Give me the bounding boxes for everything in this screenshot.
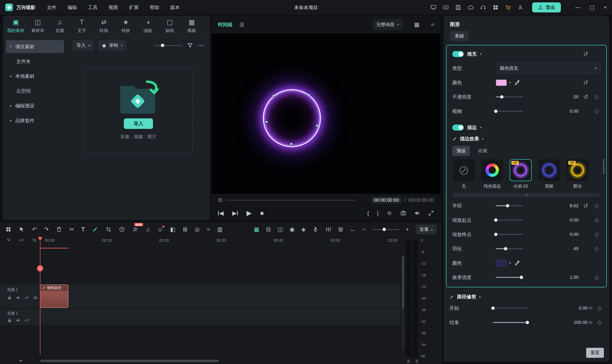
add-track-button[interactable]: + bbox=[19, 358, 23, 364]
caret-down-icon[interactable]: ▾ bbox=[479, 295, 481, 299]
split-scissors-icon[interactable]: ✂ bbox=[69, 226, 74, 232]
feather-slider[interactable] bbox=[496, 248, 523, 249]
opacity-keyframe-icon[interactable]: ◇ bbox=[593, 94, 600, 100]
account-icon[interactable] bbox=[517, 4, 524, 11]
cloud-icon[interactable] bbox=[468, 4, 474, 11]
pen-path-clip[interactable]: 钢笔路径 bbox=[40, 285, 68, 308]
media-grid-icon[interactable] bbox=[5, 226, 12, 233]
fill-type-dropdown[interactable]: 颜色填充▾ bbox=[496, 63, 600, 74]
strength-keyframe-icon[interactable]: ◇ bbox=[593, 274, 600, 280]
more-options-icon[interactable]: ⋯ bbox=[197, 42, 204, 49]
tab-stock-media[interactable]: ◫素材库 bbox=[27, 18, 49, 33]
ai-sticker-icon[interactable]: ☺ bbox=[157, 226, 163, 232]
trim-start-slider[interactable] bbox=[493, 308, 528, 309]
stroke-color-picker[interactable]: ▾ bbox=[496, 260, 511, 266]
insert-icon[interactable]: ⊞ bbox=[183, 226, 187, 232]
export-button[interactable]: 导出 bbox=[532, 2, 561, 13]
tab-presets[interactable]: 预设 bbox=[452, 146, 470, 156]
save-icon[interactable] bbox=[455, 4, 461, 11]
import-dropdown[interactable]: 导入▾ bbox=[73, 40, 94, 51]
sidebar-item-project-media[interactable]: ▾项目素材 bbox=[6, 40, 64, 53]
layout-grid-icon[interactable]: ▦ bbox=[414, 22, 419, 27]
previous-frame-button[interactable]: ◀ bbox=[218, 210, 223, 216]
auto-ripple-icon[interactable]: ⊞ bbox=[338, 226, 343, 232]
path-handle[interactable] bbox=[273, 94, 275, 97]
tab-my-media[interactable]: ▣我的素材 bbox=[5, 18, 27, 33]
strength-slider[interactable] bbox=[496, 277, 523, 278]
zoom-start-knob[interactable] bbox=[494, 218, 498, 222]
tab-source-preview[interactable]: 源 bbox=[239, 22, 244, 28]
tab-text[interactable]: T文字 bbox=[71, 19, 93, 33]
video-viewport[interactable] bbox=[212, 33, 440, 194]
menu-view[interactable]: 视图 bbox=[109, 4, 118, 11]
render-preview-icon[interactable]: ▦ bbox=[254, 226, 259, 232]
radius-reset-icon[interactable]: ↺ bbox=[582, 203, 589, 209]
fill-toggle[interactable] bbox=[452, 51, 464, 57]
voiceover-mic-icon[interactable] bbox=[312, 226, 319, 233]
close-button[interactable]: × bbox=[604, 5, 607, 10]
link-icon[interactable] bbox=[24, 295, 29, 300]
menu-version[interactable]: 版本 bbox=[170, 4, 180, 11]
mute-icon[interactable] bbox=[16, 295, 21, 300]
menu-file[interactable]: 文件 bbox=[47, 4, 56, 11]
stroke-eyedropper-icon[interactable] bbox=[514, 260, 520, 266]
maximize-button[interactable]: ▢ bbox=[589, 5, 595, 10]
zoom-start-keyframe-icon[interactable]: ◇ bbox=[593, 217, 600, 223]
blur-value[interactable]: 0.00 bbox=[556, 109, 579, 114]
audio-music-icon[interactable]: ♫ bbox=[146, 226, 150, 232]
snap-magnet-icon[interactable] bbox=[6, 238, 11, 243]
opacity-slider-knob[interactable] bbox=[500, 95, 503, 99]
timeline-tracks[interactable]: 视频 1 钢笔路径 音频 1 bbox=[0, 244, 405, 358]
opacity-value[interactable]: 20 bbox=[556, 94, 579, 100]
stop-button[interactable]: ■ bbox=[260, 210, 264, 216]
path-selection-outline[interactable] bbox=[265, 91, 319, 145]
feather-keyframe-icon[interactable]: ◇ bbox=[593, 246, 600, 252]
video-track-row[interactable]: 视频 1 钢笔路径 bbox=[0, 285, 401, 308]
blur-slider-knob[interactable] bbox=[494, 110, 498, 113]
zoom-end-value[interactable]: 0.00 bbox=[556, 232, 579, 237]
minimize-button[interactable]: — bbox=[575, 5, 581, 10]
tab-stickers[interactable]: ▢贴纸 bbox=[159, 18, 181, 33]
zoom-start-slider[interactable] bbox=[496, 220, 523, 221]
caret-down-icon[interactable]: ▾ bbox=[480, 126, 482, 129]
audio-track-row[interactable]: 音频 1 bbox=[0, 309, 401, 325]
link-icon[interactable] bbox=[24, 318, 29, 323]
timeline-zoom-knob[interactable] bbox=[383, 228, 386, 231]
preset-scrollbar[interactable] bbox=[603, 159, 604, 174]
tab-basic[interactable]: 基础 bbox=[450, 31, 469, 41]
preset-solid-stroke[interactable]: 纯色描边 bbox=[481, 159, 503, 189]
keyframe-tool-icon[interactable] bbox=[32, 238, 37, 243]
mark-in-icon[interactable]: { bbox=[367, 210, 369, 216]
zoom-end-slider[interactable] bbox=[496, 234, 523, 235]
stroke-color-swatch[interactable] bbox=[496, 260, 507, 266]
scopes-icon[interactable]: ≈ bbox=[431, 22, 434, 27]
fill-color-reset-icon[interactable]: ↺ bbox=[582, 80, 589, 85]
radius-slider-knob[interactable] bbox=[506, 204, 509, 208]
path-handle[interactable] bbox=[316, 125, 318, 127]
path-handle[interactable] bbox=[308, 94, 310, 96]
audio-meter[interactable]: 0 -6 -12 -18 -24 -30 -36 -42 -48 -54 dB … bbox=[405, 237, 436, 364]
zoom-in-icon[interactable]: + bbox=[406, 226, 409, 232]
zoom-start-value[interactable]: 0.00 bbox=[556, 218, 579, 223]
zoom-slider-knob[interactable] bbox=[161, 44, 164, 47]
bookmark-icon[interactable]: ◈ bbox=[301, 226, 306, 232]
tab-effects[interactable]: ★特效 bbox=[115, 18, 137, 33]
play-button[interactable]: ▶ bbox=[247, 210, 252, 217]
menu-extensions[interactable]: 扩展 bbox=[129, 4, 139, 11]
timeline-ruler[interactable]: 00:00 00:10 00:20 00:30 00:40 00:50 01:0… bbox=[0, 237, 405, 244]
opacity-slider[interactable] bbox=[496, 96, 523, 97]
filter-icon[interactable] bbox=[187, 42, 193, 49]
preset-thunder[interactable]: 雷能 bbox=[538, 159, 560, 189]
zoom-out-icon[interactable]: − bbox=[362, 226, 365, 232]
hide-track-icon[interactable] bbox=[33, 295, 38, 300]
link-clips-icon[interactable] bbox=[19, 238, 24, 243]
playhead[interactable] bbox=[40, 237, 41, 354]
radius-value[interactable]: 8.62 bbox=[556, 203, 579, 208]
marker-icon[interactable]: ◉ bbox=[290, 226, 294, 232]
portrait-cutout-icon[interactable]: NEW bbox=[132, 226, 139, 233]
trim-end-knob[interactable] bbox=[526, 321, 529, 324]
undo-icon[interactable]: ↶ bbox=[32, 226, 37, 232]
redo-icon[interactable]: ↷ bbox=[44, 226, 49, 232]
opacity-reset-icon[interactable]: ↺ bbox=[582, 94, 589, 100]
blur-keyframe-icon[interactable]: ◇ bbox=[593, 108, 600, 114]
